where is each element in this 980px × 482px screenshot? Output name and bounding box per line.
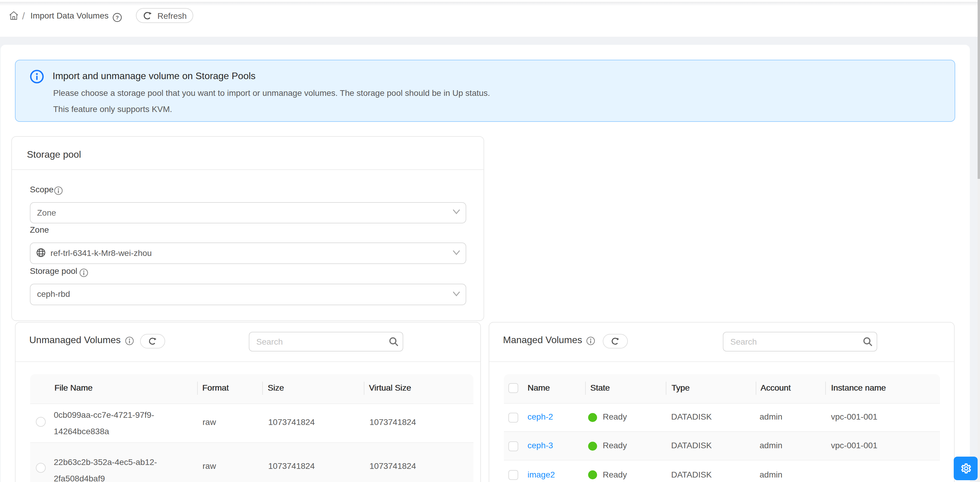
svg-text:?: ? bbox=[116, 15, 119, 21]
